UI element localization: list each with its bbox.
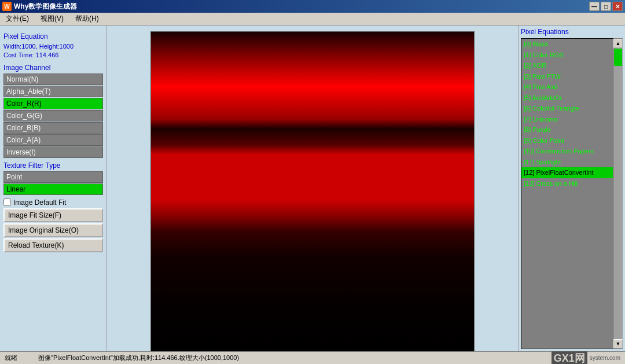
eq-4[interactable]: [4] Pow And — [521, 82, 613, 93]
watermark: GX1网 system.com — [552, 351, 620, 365]
menu-bar: 文件(E) 视图(V) 帮助(H) — [0, 13, 625, 25]
watermark-sub: system.com — [590, 355, 620, 361]
channel-color-b[interactable]: Color_B(B) — [3, 122, 103, 134]
scroll-track — [613, 48, 623, 339]
eq-7[interactable]: [7] Unicorns — [521, 114, 613, 125]
channel-inverse[interactable]: Inverse(I) — [3, 146, 103, 158]
main-layout: Pixel Equation Width:1000, Height:1000 C… — [0, 25, 625, 351]
menu-file[interactable]: 文件(E) — [2, 13, 32, 25]
cost-time-info: Cost Time: 114.466 — [3, 51, 103, 60]
channel-color-a[interactable]: Color_A(A) — [3, 134, 103, 146]
eq-12[interactable]: [12] PixelFloatConvertInt — [521, 167, 613, 178]
default-fit-row: Image Default Fit — [3, 198, 103, 207]
title-bar-title: Why数学图像生成器 — [14, 2, 77, 12]
eq-3[interactable]: [3] Pow FTW — [521, 71, 613, 82]
pixel-equations-title: Pixel Equations — [521, 28, 623, 36]
default-fit-label: Image Default Fit — [13, 198, 66, 207]
image-channel-label: Image Channel — [3, 64, 103, 72]
equations-scrollbar[interactable]: ▲ ▼ — [613, 38, 623, 349]
title-bar-buttons[interactable]: — □ ✕ — [589, 2, 623, 11]
original-size-button[interactable]: Image Original Size(O) — [3, 223, 103, 237]
pixel-equation-label: Pixel Equation — [3, 32, 103, 41]
eq-6[interactable]: [6] Colorful Triangle — [521, 103, 613, 114]
scroll-thumb[interactable] — [614, 49, 622, 66]
title-bar-left: W Why数学图像生成器 — [2, 2, 77, 12]
app-icon: W — [2, 2, 12, 11]
width-height-info: Width:1000, Height:1000 — [3, 42, 103, 51]
canvas-area — [107, 25, 518, 351]
image-container — [150, 31, 475, 351]
filter-linear[interactable]: Linear — [3, 183, 103, 195]
title-bar: W Why数学图像生成器 — □ ✕ — [0, 0, 625, 13]
scroll-down-button[interactable]: ▼ — [613, 339, 623, 348]
fit-size-button[interactable]: Image Fit Size(F) — [3, 208, 103, 222]
channel-color-r[interactable]: Color_R(R) — [3, 98, 103, 109]
eq-9[interactable]: [9] Color Point — [521, 135, 613, 146]
reload-texture-button[interactable]: Reload Texture(K) — [3, 238, 103, 252]
status-bar: 就绪 图像"PixelFloatConvertInt"加载成功,耗时:114.4… — [0, 351, 625, 364]
menu-view[interactable]: 视图(V) — [37, 13, 67, 25]
maximize-button[interactable]: □ — [601, 2, 611, 11]
status-message: 图像"PixelFloatConvertInt"加载成功,耗时:114.466.… — [38, 354, 239, 362]
equations-list: [0] Black [1] Color RGB [2] XOR [3] Pow … — [521, 38, 613, 349]
eq-1[interactable]: [1] Color RGB — [521, 50, 613, 61]
filter-point[interactable]: Point — [3, 171, 103, 183]
eq-5[interactable]: [5] AndAddOr — [521, 93, 613, 104]
channel-color-g[interactable]: Color_G(G) — [3, 110, 103, 122]
eq-0[interactable]: [0] Black — [521, 39, 613, 50]
channel-normal[interactable]: Normal(N) — [3, 73, 103, 85]
right-panel: Pixel Equations [0] Black [1] Color RGB … — [518, 25, 625, 351]
close-button[interactable]: ✕ — [612, 2, 623, 11]
left-panel: Pixel Equation Width:1000, Height:1000 C… — [0, 25, 107, 351]
eq-13[interactable]: [13] Cross on a Hill — [521, 178, 613, 189]
minimize-button[interactable]: — — [589, 2, 600, 11]
default-fit-checkbox[interactable] — [3, 198, 11, 206]
eq-10[interactable]: [10] Construction Papers — [521, 146, 613, 157]
menu-help[interactable]: 帮助(H) — [72, 13, 102, 25]
watermark-logo: GX1网 — [552, 351, 587, 365]
status-ready: 就绪 — [5, 354, 34, 362]
eq-2[interactable]: [2] XOR — [521, 60, 613, 71]
eq-8[interactable]: [8] Purple — [521, 124, 613, 135]
image-canvas — [151, 32, 474, 351]
status-left: 就绪 图像"PixelFloatConvertInt"加载成功,耗时:114.4… — [5, 354, 239, 362]
channel-alpha[interactable]: Alpha_Able(T) — [3, 86, 103, 97]
scroll-up-button[interactable]: ▲ — [613, 39, 623, 48]
eq-11[interactable]: [11] Spotlight — [521, 157, 613, 168]
texture-filter-label: Texture Filter Type — [3, 161, 103, 170]
equations-list-row: [0] Black [1] Color RGB [2] XOR [3] Pow … — [521, 38, 623, 349]
